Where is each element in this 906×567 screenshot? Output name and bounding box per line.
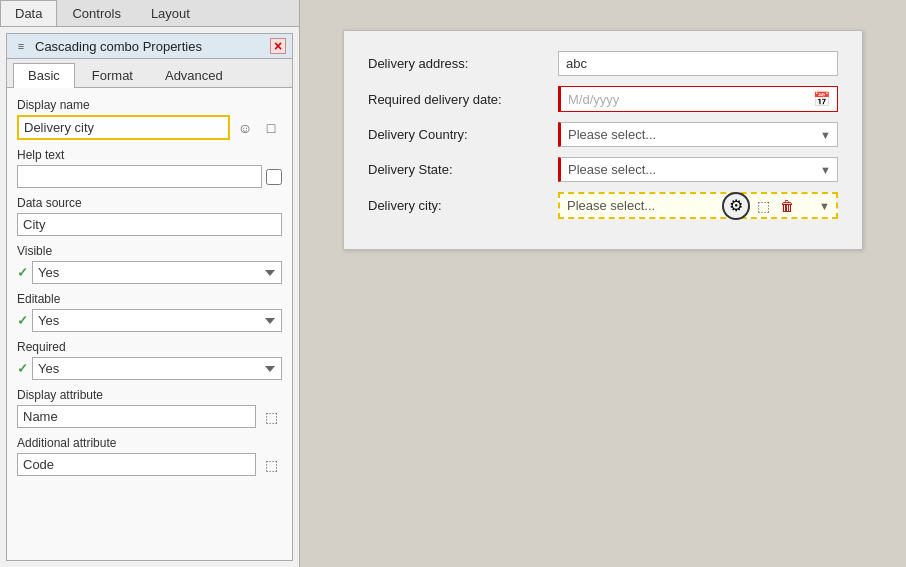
required-label: Required — [17, 340, 282, 354]
visible-field-group: Visible ✓ Yes No — [17, 244, 282, 284]
form-field-state: Please select... ▼ — [558, 157, 838, 182]
right-panel: Delivery address: Required delivery date… — [300, 0, 906, 567]
state-dropdown-arrow: ▼ — [814, 164, 837, 176]
help-text-checkbox[interactable] — [266, 169, 282, 185]
tab-controls[interactable]: Controls — [57, 0, 135, 26]
display-attr-input[interactable] — [17, 405, 256, 428]
additional-attr-field-group: Additional attribute ⬚ — [17, 436, 282, 476]
editable-check-icon: ✓ — [17, 313, 28, 328]
help-text-input-row — [17, 165, 282, 188]
form-label-state: Delivery State: — [368, 162, 548, 177]
help-text-input[interactable] — [17, 165, 262, 188]
city-dropdown-arrow: ▼ — [813, 200, 836, 212]
visible-check-icon: ✓ — [17, 265, 28, 280]
form-field-country: Please select... ▼ — [558, 122, 838, 147]
smiley-icon[interactable]: ☺ — [234, 117, 256, 139]
help-text-field-group: Help text — [17, 148, 282, 188]
form-field-address — [558, 51, 838, 76]
editable-label: Editable — [17, 292, 282, 306]
display-attr-field-group: Display attribute ⬚ — [17, 388, 282, 428]
required-check-icon: ✓ — [17, 361, 28, 376]
date-placeholder: M/d/yyyy — [568, 92, 619, 107]
form-row-city: Delivery city: Please select... ▼ ⚙ ⬚ 🗑 — [368, 192, 838, 219]
sub-tab-advanced[interactable]: Advanced — [150, 63, 238, 87]
tab-layout[interactable]: Layout — [136, 0, 205, 26]
form-label-address: Delivery address: — [368, 56, 548, 71]
props-title-bar: ≡ Cascading combo Properties × — [7, 34, 292, 59]
top-tabs: Data Controls Layout — [0, 0, 299, 27]
address-input[interactable] — [558, 51, 838, 76]
form-field-city: Please select... ▼ ⚙ ⬚ 🗑 — [558, 192, 838, 219]
country-select-wrap: Please select... ▼ — [558, 122, 838, 147]
data-source-label: Data source — [17, 196, 282, 210]
display-name-input[interactable] — [17, 115, 230, 140]
props-title-text: Cascading combo Properties — [35, 39, 264, 54]
additional-attr-input[interactable] — [17, 453, 256, 476]
form-label-date: Required delivery date: — [368, 92, 548, 107]
sub-tab-basic[interactable]: Basic — [13, 63, 75, 88]
editable-select-row: ✓ Yes No — [17, 309, 282, 332]
state-select-wrap: Please select... ▼ — [558, 157, 838, 182]
form-label-country: Delivery Country: — [368, 127, 548, 142]
display-attr-copy-icon[interactable]: ⬚ — [260, 406, 282, 428]
properties-panel: ≡ Cascading combo Properties × Basic For… — [6, 33, 293, 561]
form-field-date: M/d/yyyy 📅 — [558, 86, 838, 112]
required-select-row: ✓ Yes No — [17, 357, 282, 380]
visible-select-row: ✓ Yes No — [17, 261, 282, 284]
additional-attr-label: Additional attribute — [17, 436, 282, 450]
help-text-label: Help text — [17, 148, 282, 162]
city-trash-button[interactable]: 🗑 — [776, 195, 798, 217]
display-name-field-group: Display name ☺ □ — [17, 98, 282, 140]
color-box-icon[interactable]: □ — [260, 117, 282, 139]
form-row-state: Delivery State: Please select... ▼ — [368, 157, 838, 182]
tab-data[interactable]: Data — [0, 0, 57, 26]
state-select[interactable]: Please select... — [561, 158, 814, 181]
date-input-wrapper[interactable]: M/d/yyyy 📅 — [558, 86, 838, 112]
form-card: Delivery address: Required delivery date… — [343, 30, 863, 250]
sub-tabs: Basic Format Advanced — [7, 59, 292, 88]
form-row-date: Required delivery date: M/d/yyyy 📅 — [368, 86, 838, 112]
display-attr-label: Display attribute — [17, 388, 282, 402]
visible-label: Visible — [17, 244, 282, 258]
city-copy-button[interactable]: ⬚ — [752, 195, 774, 217]
visible-select[interactable]: Yes No — [32, 261, 282, 284]
required-field-group: Required ✓ Yes No — [17, 340, 282, 380]
editable-field-group: Editable ✓ Yes No — [17, 292, 282, 332]
additional-attr-copy-icon[interactable]: ⬚ — [260, 454, 282, 476]
country-dropdown-arrow: ▼ — [814, 129, 837, 141]
data-source-field-group: Data source — [17, 196, 282, 236]
display-name-label: Display name — [17, 98, 282, 112]
required-select[interactable]: Yes No — [32, 357, 282, 380]
form-row-address: Delivery address: — [368, 51, 838, 76]
display-attr-input-row: ⬚ — [17, 405, 282, 428]
display-name-input-row: ☺ □ — [17, 115, 282, 140]
form-label-city: Delivery city: — [368, 198, 548, 213]
props-body: Display name ☺ □ Help text Data source — [7, 88, 292, 486]
form-row-country: Delivery Country: Please select... ▼ — [368, 122, 838, 147]
gear-button[interactable]: ⚙ — [722, 192, 750, 220]
country-select[interactable]: Please select... — [561, 123, 814, 146]
props-title-icon: ≡ — [13, 38, 29, 54]
sub-tab-format[interactable]: Format — [77, 63, 148, 87]
props-close-button[interactable]: × — [270, 38, 286, 54]
left-panel: Data Controls Layout ≡ Cascading combo P… — [0, 0, 300, 567]
editable-select[interactable]: Yes No — [32, 309, 282, 332]
calendar-icon[interactable]: 📅 — [813, 91, 830, 107]
city-action-overlay: ⚙ ⬚ 🗑 — [722, 192, 798, 220]
data-source-input[interactable] — [17, 213, 282, 236]
additional-attr-input-row: ⬚ — [17, 453, 282, 476]
